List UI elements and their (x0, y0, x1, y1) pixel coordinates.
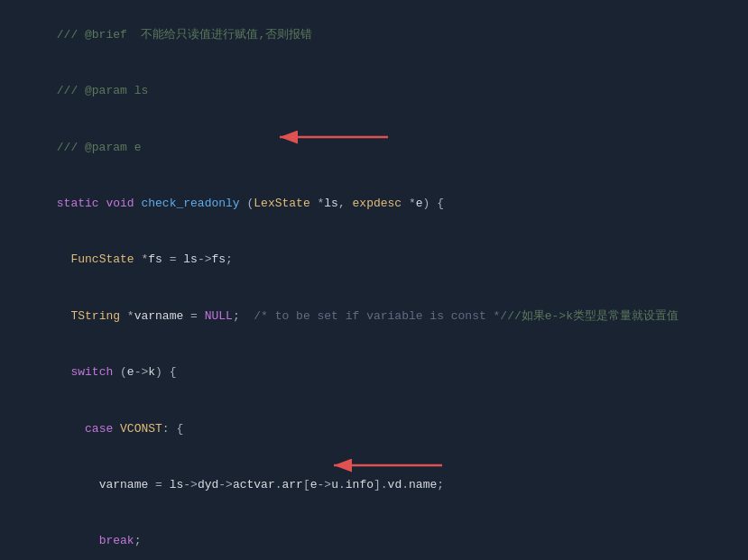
code-editor: /// @brief 不能给只读值进行赋值,否则报错 /// @param ls… (0, 0, 748, 560)
line-4: static void check_readonly (LexState *ls… (0, 176, 748, 232)
line-8: case VCONST: { (0, 401, 748, 457)
line-5: FuncState *fs = ls->fs; (0, 233, 748, 289)
comment-param-ls: /// @param ls (57, 84, 148, 97)
line-6: TString *varname = NULL; /* to be set if… (0, 289, 748, 344)
comment-param-e: /// @param e (57, 141, 142, 154)
line-10: break; (0, 514, 748, 560)
line-7: switch (e->k) { (0, 344, 748, 400)
comment-brief: /// @brief 不能给只读值进行赋值,否则报错 (57, 28, 312, 41)
line-1: /// @brief 不能给只读值进行赋值,否则报错 (0, 7, 748, 63)
line-3: /// @param e (0, 120, 748, 176)
line-9: varname = ls->dyd->actvar.arr[e->u.info]… (0, 457, 748, 513)
line-2: /// @param ls (0, 63, 748, 119)
